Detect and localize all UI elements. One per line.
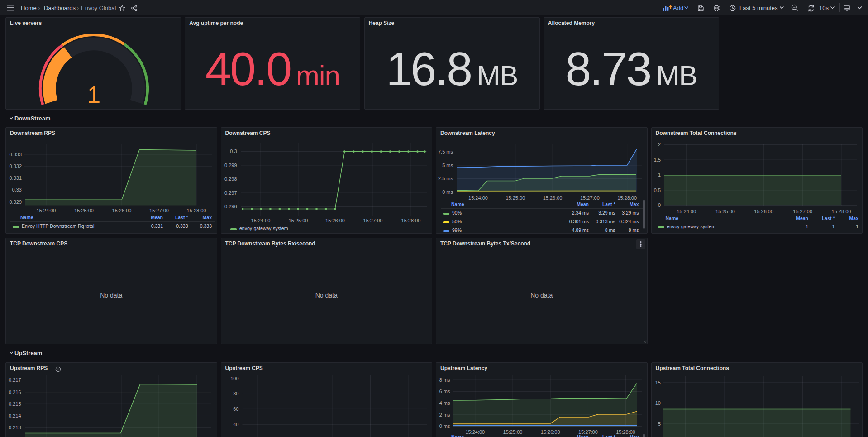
- svg-text:15:28:00: 15:28:00: [187, 208, 206, 213]
- svg-text:0 ms: 0 ms: [442, 189, 453, 195]
- svg-text:15:28:00: 15:28:00: [617, 195, 637, 201]
- svg-text:15:24:00: 15:24:00: [465, 429, 485, 435]
- svg-text:6 ms: 6 ms: [439, 389, 450, 394]
- svg-text:0.299: 0.299: [224, 163, 237, 168]
- svg-text:100: 100: [230, 376, 238, 381]
- svg-text:15: 15: [655, 380, 660, 385]
- svg-text:0.296: 0.296: [224, 204, 237, 209]
- svg-text:0 ms: 0 ms: [439, 423, 450, 429]
- svg-text:15:27:00: 15:27:00: [363, 218, 382, 223]
- svg-text:15:25:00: 15:25:00: [503, 429, 523, 435]
- svg-text:15:25:00: 15:25:00: [288, 218, 308, 223]
- svg-text:2.5 ms: 2.5 ms: [438, 176, 453, 181]
- svg-text:2 ms: 2 ms: [439, 412, 450, 418]
- svg-text:0.3: 0.3: [230, 149, 237, 154]
- svg-text:15:26:00: 15:26:00: [112, 208, 132, 213]
- svg-text:15:24:00: 15:24:00: [677, 209, 696, 214]
- svg-text:60: 60: [233, 406, 238, 412]
- svg-text:15:24:00: 15:24:00: [251, 218, 270, 223]
- svg-text:15:26:00: 15:26:00: [325, 218, 345, 223]
- svg-text:0.33: 0.33: [12, 187, 22, 192]
- svg-text:15:26:00: 15:26:00: [754, 209, 773, 214]
- svg-text:15:27:00: 15:27:00: [793, 209, 812, 214]
- svg-text:15:28:00: 15:28:00: [831, 209, 851, 214]
- svg-text:40: 40: [233, 422, 238, 427]
- svg-text:0.329: 0.329: [9, 199, 22, 205]
- svg-text:5: 5: [658, 421, 660, 427]
- svg-text:0.215: 0.215: [9, 401, 21, 407]
- svg-text:15:28:00: 15:28:00: [401, 218, 420, 223]
- svg-text:0.331: 0.331: [9, 175, 22, 181]
- svg-text:8 ms: 8 ms: [439, 377, 450, 383]
- svg-text:0: 0: [658, 202, 660, 208]
- svg-text:15:25:00: 15:25:00: [74, 208, 94, 213]
- svg-text:15:25:00: 15:25:00: [715, 209, 735, 214]
- svg-text:15:28:00: 15:28:00: [616, 429, 635, 435]
- svg-text:1: 1: [658, 172, 660, 178]
- svg-text:15:26:00: 15:26:00: [541, 429, 560, 435]
- svg-text:0.213: 0.213: [9, 425, 21, 430]
- svg-text:2: 2: [658, 142, 660, 147]
- svg-text:0.216: 0.216: [9, 389, 21, 395]
- svg-text:15:24:00: 15:24:00: [468, 195, 488, 201]
- svg-text:1: 1: [87, 82, 100, 108]
- svg-text:0.333: 0.333: [9, 152, 22, 157]
- svg-text:0.5: 0.5: [653, 187, 660, 193]
- svg-text:15:27:00: 15:27:00: [580, 195, 600, 201]
- svg-text:15:25:00: 15:25:00: [506, 195, 525, 201]
- svg-text:15:27:00: 15:27:00: [149, 208, 169, 213]
- svg-text:5 ms: 5 ms: [442, 163, 453, 168]
- svg-text:7.5 ms: 7.5 ms: [438, 149, 453, 154]
- svg-text:10: 10: [655, 400, 660, 406]
- svg-text:4 ms: 4 ms: [439, 400, 450, 406]
- svg-text:80: 80: [233, 391, 238, 396]
- svg-text:0.298: 0.298: [224, 176, 237, 182]
- svg-text:0.332: 0.332: [9, 163, 22, 169]
- svg-text:0.214: 0.214: [9, 413, 21, 418]
- svg-text:15:26:00: 15:26:00: [543, 195, 563, 201]
- svg-text:15:27:00: 15:27:00: [578, 429, 598, 435]
- svg-text:15:24:00: 15:24:00: [37, 208, 56, 213]
- svg-text:0.297: 0.297: [224, 190, 237, 196]
- svg-text:1.5: 1.5: [653, 157, 660, 163]
- svg-text:0.217: 0.217: [9, 377, 21, 383]
